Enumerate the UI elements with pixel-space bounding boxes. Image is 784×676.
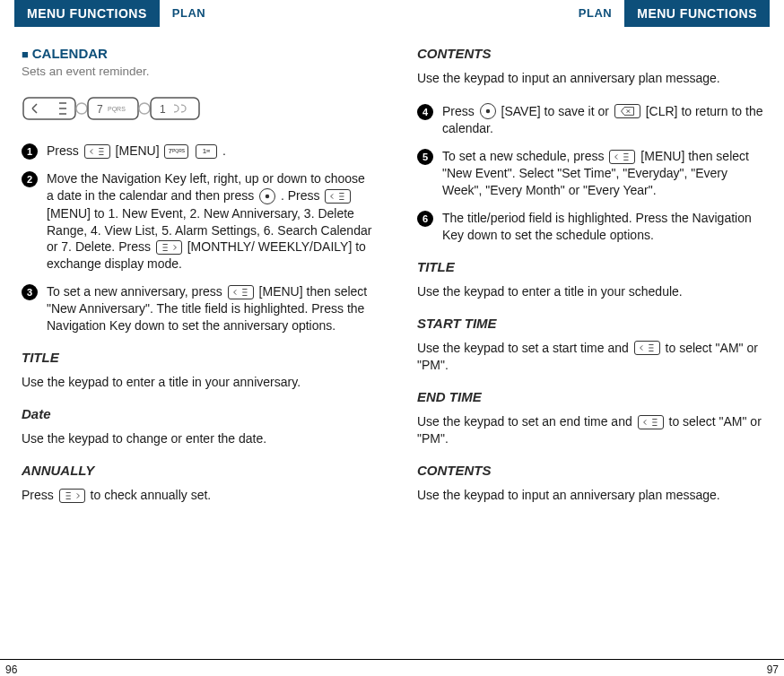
step-5: 5 To set a new schedule, press [MENU] th… <box>417 148 768 199</box>
body-date: Use the keypad to change or enter the da… <box>22 430 372 447</box>
body-annually: Press to check annually set. <box>22 487 372 504</box>
step-3-text: To set a new anniversary, press [MENU] t… <box>47 283 372 334</box>
text: . Press <box>281 188 323 203</box>
text: [SAVE] to save it or <box>501 104 609 118</box>
page-number-left: 96 <box>5 663 17 676</box>
right-softkey-icon <box>59 489 85 503</box>
svg-text:PQRS: PQRS <box>108 106 126 113</box>
key-diagram: 7 PQRS 1 <box>22 89 372 128</box>
body-end-time: Use the keypad to set an end time and to… <box>417 413 768 447</box>
step-number-icon: 2 <box>22 171 38 187</box>
svg-point-8 <box>266 194 269 197</box>
breadcrumb-plan: PLAN <box>160 5 218 22</box>
left-softkey-icon <box>325 189 351 204</box>
text: to check annually set. <box>91 488 212 502</box>
step-4-text: Press [SAVE] to save it or [CLR] to retu… <box>442 103 768 137</box>
text: Press <box>22 488 57 502</box>
body-start-time: Use the keypad to set a start time and t… <box>417 340 768 374</box>
step-number-icon: 5 <box>417 149 433 165</box>
section-tab: MENU FUNCTIONS <box>624 0 770 27</box>
svg-point-9 <box>485 109 489 113</box>
left-softkey-icon <box>609 150 635 164</box>
heading-contents: CONTENTS <box>417 45 768 63</box>
step-1: 1 Press [MENU] 7PQRS 1✉ . <box>22 143 372 160</box>
breadcrumb-plan: PLAN <box>566 5 624 22</box>
text: Use the keypad to set a start time and <box>417 341 632 355</box>
svg-rect-0 <box>23 98 75 119</box>
text: Press <box>47 143 83 158</box>
heading-annually: ANNUALLY <box>22 462 372 480</box>
key-1-icon: 1✉ <box>196 144 217 159</box>
ok-key-icon <box>259 188 275 204</box>
step-2-text: Move the Navigation Key left, right, up … <box>47 170 372 273</box>
svg-point-1 <box>76 103 87 114</box>
square-bullet: ■ <box>22 48 29 61</box>
left-softkey-icon <box>84 144 110 159</box>
text: To set a new anniversary, press <box>47 284 226 299</box>
ok-key-icon <box>480 103 496 119</box>
page-footer: 96 97 <box>0 659 784 676</box>
section-subtitle: Sets an event reminder. <box>22 64 372 80</box>
heading-contents2: CONTENTS <box>417 462 768 480</box>
svg-text:7: 7 <box>97 103 103 116</box>
left-softkey-icon <box>634 341 660 355</box>
body-contents: Use the keypad to input an anniversary p… <box>417 70 768 87</box>
step-1-text: Press [MENU] 7PQRS 1✉ . <box>47 143 372 160</box>
step-number-icon: 3 <box>22 284 38 300</box>
step-number-icon: 4 <box>417 104 433 120</box>
page-97: PLAN MENU FUNCTIONS CONTENTS Use the key… <box>392 0 784 646</box>
step-number-icon: 1 <box>22 143 38 160</box>
heading-start-time: START TIME <box>417 315 768 333</box>
right-softkey-icon <box>156 240 182 255</box>
heading-date: Date <box>22 405 372 423</box>
svg-point-5 <box>139 103 150 114</box>
section-tab: MENU FUNCTIONS <box>14 0 160 27</box>
body-contents2: Use the keypad to input an anniversary p… <box>417 487 768 504</box>
step-6-text: The title/period field is highlighted. P… <box>442 210 768 244</box>
page-number-right: 97 <box>767 663 779 676</box>
heading-title: TITLE <box>22 349 372 367</box>
left-softkey-icon <box>638 415 664 429</box>
svg-rect-6 <box>151 98 199 119</box>
body-title2: Use the keypad to enter a title in your … <box>417 283 768 300</box>
step-5-text: To set a new schedule, press [MENU] then… <box>442 148 768 199</box>
clr-key-icon <box>614 104 640 118</box>
step-3: 3 To set a new anniversary, press [MENU]… <box>22 283 372 334</box>
text: To set a new schedule, press <box>442 149 607 163</box>
header-left: MENU FUNCTIONS PLAN <box>14 0 374 27</box>
header-right: PLAN MENU FUNCTIONS <box>410 0 770 27</box>
step-6: 6 The title/period field is highlighted.… <box>417 210 768 244</box>
svg-text:1: 1 <box>160 103 166 116</box>
body-title: Use the keypad to enter a title in your … <box>22 374 372 391</box>
text: Use the keypad to set an end time and <box>417 414 636 429</box>
heading-title2: TITLE <box>417 258 768 276</box>
section-title: CALENDAR <box>32 46 108 61</box>
step-2: 2 Move the Navigation Key left, right, u… <box>22 170 372 273</box>
left-softkey-icon <box>228 285 254 299</box>
text: Press <box>442 104 478 118</box>
text: . <box>222 143 226 158</box>
step-4: 4 Press [SAVE] to save it or [CLR] to re… <box>417 103 768 137</box>
page-96: MENU FUNCTIONS PLAN ■ CALENDAR Sets an e… <box>0 0 392 646</box>
section-heading: ■ CALENDAR <box>22 45 372 63</box>
key-7-icon: 7PQRS <box>164 144 188 159</box>
text: [MENU] <box>116 143 163 158</box>
step-number-icon: 6 <box>417 211 433 227</box>
heading-end-time: END TIME <box>417 388 768 406</box>
